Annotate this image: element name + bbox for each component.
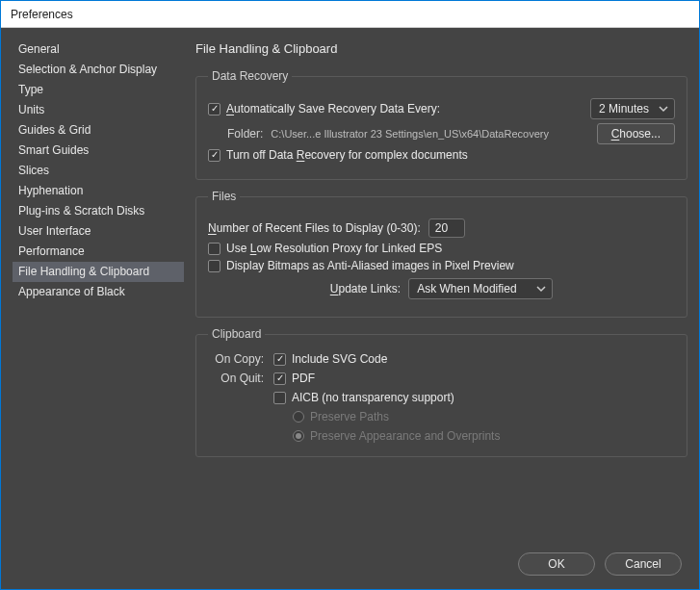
display-bitmaps-checkbox[interactable]: Display Bitmaps as Anti-Aliased images i… <box>208 259 514 272</box>
choose-folder-button[interactable]: Choose... <box>597 123 675 144</box>
folder-path: C:\User...e Illustrator 23 Settings\en_U… <box>271 128 549 140</box>
panel-title: File Handling & Clipboard <box>195 39 687 60</box>
recent-files-label: Number of Recent Files to Display (0-30)… <box>208 221 421 235</box>
radio-icon <box>293 430 304 442</box>
low-res-proxy-label: Use Low Resolution Proxy for Linked EPS <box>226 242 442 255</box>
preserve-paths-radio: Preserve Paths <box>293 410 389 423</box>
ok-button[interactable]: OK <box>518 552 595 576</box>
sidebar-item-hyphenation[interactable]: Hyphenation <box>13 181 184 201</box>
sidebar-item-plug-ins-scratch-disks[interactable]: Plug-ins & Scratch Disks <box>13 201 184 221</box>
pdf-label: PDF <box>292 372 315 385</box>
preferences-window: Preferences GeneralSelection & Anchor Di… <box>0 0 700 590</box>
preserve-paths-label: Preserve Paths <box>310 410 389 423</box>
on-copy-label: On Copy: <box>208 352 264 366</box>
section-clipboard: Clipboard On Copy: Include SVG Code On Q… <box>195 327 687 457</box>
aicb-label: AICB (no transparency support) <box>292 391 454 404</box>
cancel-button[interactable]: Cancel <box>605 552 682 576</box>
auto-save-label: Automatically Save Recovery Data Every: <box>226 102 440 115</box>
turn-off-recovery-label: Turn off Data Recovery for complex docum… <box>226 148 468 162</box>
titlebar: Preferences <box>1 1 699 28</box>
section-legend: Clipboard <box>208 327 265 341</box>
checkbox-icon <box>208 149 220 162</box>
chevron-down-icon <box>536 284 546 294</box>
checkbox-icon <box>208 260 220 272</box>
checkbox-icon <box>273 353 286 366</box>
section-legend: Files <box>208 190 240 203</box>
recent-files-input[interactable] <box>428 218 465 238</box>
include-svg-label: Include SVG Code <box>292 352 387 366</box>
sidebar-item-type[interactable]: Type <box>13 80 184 100</box>
section-data-recovery: Data Recovery Automatically Save Recover… <box>195 69 687 180</box>
sidebar-item-appearance-of-black[interactable]: Appearance of Black <box>13 282 184 302</box>
auto-save-interval-select[interactable]: 2 Minutes <box>590 98 675 119</box>
checkbox-icon <box>208 103 220 115</box>
checkbox-icon <box>273 372 286 385</box>
aicb-checkbox[interactable]: AICB (no transparency support) <box>273 391 454 404</box>
sidebar-item-units[interactable]: Units <box>13 100 184 120</box>
select-value: Ask When Modified <box>417 282 516 295</box>
pdf-checkbox[interactable]: PDF <box>273 372 315 385</box>
sidebar: GeneralSelection & Anchor DisplayTypeUni… <box>13 39 184 541</box>
update-links-label: Update Links: <box>330 282 401 295</box>
section-legend: Data Recovery <box>208 69 292 83</box>
chevron-down-icon <box>659 104 668 114</box>
checkbox-icon <box>208 243 220 255</box>
sidebar-item-guides-grid[interactable]: Guides & Grid <box>13 120 184 141</box>
folder-label: Folder: <box>227 127 263 141</box>
content-area: GeneralSelection & Anchor DisplayTypeUni… <box>1 28 699 589</box>
preserve-appearance-label: Preserve Appearance and Overprints <box>310 429 500 443</box>
radio-icon <box>293 411 304 423</box>
section-files: Files Number of Recent Files to Display … <box>195 190 687 318</box>
update-links-select[interactable]: Ask When Modified <box>408 278 553 299</box>
sidebar-item-general[interactable]: General <box>13 39 184 60</box>
preserve-appearance-radio: Preserve Appearance and Overprints <box>293 429 500 443</box>
sidebar-item-selection-anchor-display[interactable]: Selection & Anchor Display <box>13 60 184 80</box>
sidebar-item-smart-guides[interactable]: Smart Guides <box>13 141 184 161</box>
low-res-proxy-checkbox[interactable]: Use Low Resolution Proxy for Linked EPS <box>208 242 442 255</box>
display-bitmaps-label: Display Bitmaps as Anti-Aliased images i… <box>226 259 514 272</box>
on-quit-label: On Quit: <box>208 372 264 385</box>
turn-off-recovery-checkbox[interactable]: Turn off Data Recovery for complex docum… <box>208 148 468 162</box>
select-value: 2 Minutes <box>599 102 649 115</box>
checkbox-icon <box>273 392 286 404</box>
include-svg-checkbox[interactable]: Include SVG Code <box>273 352 675 366</box>
settings-panel: File Handling & Clipboard Data Recovery … <box>195 39 687 541</box>
sidebar-item-slices[interactable]: Slices <box>13 161 184 181</box>
sidebar-item-file-handling-clipboard[interactable]: File Handling & Clipboard <box>13 262 184 282</box>
sidebar-item-user-interface[interactable]: User Interface <box>13 221 184 242</box>
window-title: Preferences <box>11 8 73 21</box>
auto-save-checkbox[interactable]: Automatically Save Recovery Data Every: <box>208 102 440 115</box>
sidebar-item-performance[interactable]: Performance <box>13 242 184 262</box>
footer: OK Cancel <box>1 541 699 589</box>
